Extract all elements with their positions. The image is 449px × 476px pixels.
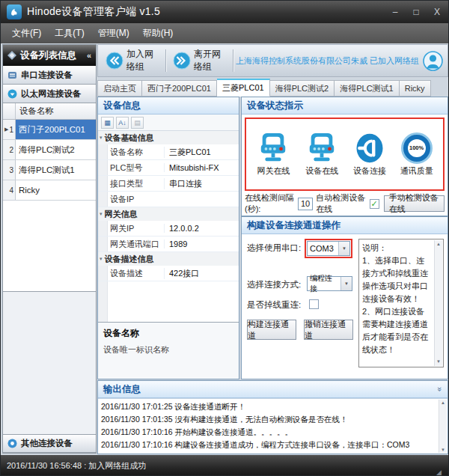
sidebar-item-other-devices[interactable]: 其他连接设备	[3, 434, 96, 453]
property-row[interactable]: 设备名称 三菱PLC01	[98, 144, 239, 160]
device-tabbar: 启动主页 西门子200PLC01 三菱PLC01 海得PLC测试2 海得PLC测…	[97, 79, 448, 97]
device-status-panel: 设备状态指示 网关在线 设备在线 设备连接	[241, 97, 448, 216]
property-label: PLC型号	[98, 162, 164, 174]
maximize-button[interactable]: □	[411, 7, 421, 17]
app-logo-icon	[7, 4, 22, 19]
close-button[interactable]: X	[432, 7, 442, 17]
manual-detect-button[interactable]: 手动检测设备在线	[384, 195, 445, 212]
sidebar-item-label: 串口连接设备	[21, 70, 73, 81]
row-number-cell: 2	[3, 140, 16, 159]
device-connect-icon	[355, 132, 385, 164]
resize-grip-icon[interactable]: ◢	[436, 469, 442, 476]
output-scrollbar[interactable]: ▲ ▼	[439, 400, 447, 453]
device-online-icon	[305, 132, 339, 164]
row-number-cell: ▶1	[3, 120, 16, 139]
tab-mitsubishi-plc[interactable]: 三菱PLC01	[217, 79, 270, 97]
serial-port-label: 选择使用串口:	[247, 242, 301, 254]
join-network-group-button[interactable]: 加入网络组	[101, 46, 163, 76]
channel-build-panel: 构建设备连接通道操作 选择使用串口: COM3 ▼ 选择连接方式: 编程连接 ▼…	[241, 216, 448, 379]
property-description-box: 设备名称 设备唯一标识名称	[98, 322, 239, 379]
log-line: 2016/11/30 17:01:35 没有构建连接通道，无法自动检测设备是否在…	[101, 413, 437, 426]
property-value[interactable]: 422接口	[164, 268, 239, 279]
sidebar-item-serial-devices[interactable]: 串口连接设备	[3, 66, 96, 85]
output-collapse-icon[interactable]: »	[436, 387, 445, 391]
serial-device-icon	[7, 70, 17, 80]
sidebar-item-label: 其他连接设备	[21, 438, 73, 449]
property-label: 网关通讯端口	[98, 239, 164, 250]
device-row[interactable]: 2 海得PLC测试2	[3, 140, 96, 160]
tab-ricky[interactable]: Ricky	[400, 80, 431, 97]
build-channel-button[interactable]: 构建连接通道	[247, 320, 296, 340]
categorized-view-icon[interactable]: ▦	[101, 117, 114, 129]
sidebar-collapse-icon[interactable]: «	[87, 51, 91, 60]
property-row[interactable]: 设备IP	[98, 192, 239, 207]
log-line: 2016/11/30 17:10:16 开始构建设备连接通道。。。。。	[101, 426, 437, 439]
reconnect-checkbox[interactable]	[309, 299, 319, 309]
main-toolbar: 加入网络组 离开网络组 上海海得控制系统股份有限公司朱威 已加入网络组	[97, 44, 448, 77]
device-name-cell[interactable]: 海得PLC测试2	[16, 140, 96, 159]
interval-label: 在线检测间隔(秒):	[245, 192, 295, 215]
gateway-online-icon	[256, 132, 290, 164]
property-row[interactable]: 接口类型 串口连接	[98, 176, 239, 192]
property-value[interactable]: Mitsubishi-FX	[164, 163, 239, 172]
property-row[interactable]: 网关IP 12.0.0.2	[98, 221, 239, 237]
scroll-up-icon[interactable]: ▲	[441, 400, 445, 405]
property-row[interactable]: 网关通讯端口 1989	[98, 237, 239, 252]
property-value[interactable]: 1989	[164, 239, 239, 248]
device-name-column-header[interactable]: 设备名称	[16, 103, 96, 119]
property-label: 设备描述	[98, 268, 164, 279]
device-name-cell[interactable]: 西门子200PLC01	[16, 120, 96, 139]
property-value[interactable]: 串口连接	[164, 178, 239, 189]
connect-mode-select[interactable]: 编程连接 ▼	[307, 276, 352, 291]
dropdown-arrow-icon[interactable]: ▼	[338, 242, 349, 255]
interval-input[interactable]: 10	[298, 198, 313, 210]
output-log-area: 2016/11/30 17:01:25 设备连接通道断开！ 2016/11/30…	[98, 398, 448, 454]
menu-manage[interactable]: 管理(M)	[91, 25, 136, 42]
menu-file[interactable]: 文件(F)	[5, 25, 48, 42]
menu-help[interactable]: 帮助(H)	[136, 25, 180, 42]
scroll-up-icon[interactable]: ▲	[436, 241, 441, 248]
sidebar-item-ethernet-devices[interactable]: 以太网连接设备	[3, 85, 96, 103]
property-row[interactable]: 设备描述 422接口	[98, 266, 239, 281]
gateway-online-indicator: 网关在线	[256, 132, 290, 177]
scroll-down-icon[interactable]: ▼	[436, 358, 441, 365]
device-row[interactable]: ▶1 西门子200PLC01	[3, 120, 96, 140]
property-group[interactable]: ▾ 网关信息	[98, 207, 239, 221]
tab-haide-test2[interactable]: 海得PLC测试2	[270, 80, 335, 97]
leave-network-group-button[interactable]: 离开网络组	[168, 46, 230, 76]
minimize-button[interactable]: –	[390, 7, 400, 17]
auto-detect-checkbox[interactable]: ✓	[370, 199, 379, 209]
user-avatar[interactable]	[423, 51, 443, 71]
scroll-down-icon[interactable]: ▼	[441, 448, 445, 452]
other-device-icon	[7, 439, 17, 448]
device-row[interactable]: 3 海得PLC测试1	[3, 160, 96, 180]
row-number-cell: 4	[3, 180, 16, 200]
device-connect-indicator: 设备连接	[353, 132, 386, 177]
property-group[interactable]: ▾ 设备描述信息	[98, 252, 239, 266]
device-list-sidebar: 设备列表信息 « 串口连接设备 以太网连接设备 设备名称 ▶1 西门子200PL…	[2, 44, 97, 454]
tab-siemens-plc[interactable]: 西门子200PLC01	[142, 80, 217, 97]
device-info-panel: 设备信息 ▦ A↓ ▤ ▾ 设备基础信息 设备名称 三菱PLC01 PLC型号 …	[97, 97, 239, 379]
property-row[interactable]: PLC型号 Mitsubishi-FX	[98, 160, 239, 176]
property-value[interactable]: 三菱PLC01	[164, 147, 239, 158]
sidebar-item-label: 以太网连接设备	[21, 88, 82, 100]
menu-tools[interactable]: 工具(T)	[48, 25, 91, 42]
serial-port-select[interactable]: COM3 ▼	[307, 241, 350, 256]
group-expander-icon: ▾	[100, 211, 103, 217]
dropdown-arrow-icon[interactable]: ▼	[340, 277, 352, 290]
note-line-1: 1、选择串口、连接方式和掉线重连操作选项只对串口连接设备有效！	[362, 254, 433, 305]
property-grid-toolbar: ▦ A↓ ▤	[98, 115, 239, 131]
note-scrollbar[interactable]: ▲ ▼	[434, 240, 442, 366]
device-name-cell[interactable]: Ricky	[16, 180, 96, 200]
device-row[interactable]: 4 Ricky	[3, 180, 96, 201]
group-expander-icon: ▾	[100, 135, 103, 141]
tab-haide-test1[interactable]: 海得PLC测试1	[335, 80, 400, 97]
property-value[interactable]: 12.0.0.2	[164, 224, 239, 233]
sort-alphabetical-icon[interactable]: A↓	[116, 117, 129, 129]
tab-home[interactable]: 启动主页	[97, 80, 142, 97]
titlebar: Hinode设备管理客户端 v1.5 – □ X	[1, 1, 448, 23]
property-group[interactable]: ▾ 设备基础信息	[98, 131, 239, 144]
device-info-panel-header: 设备信息	[98, 97, 239, 115]
device-name-cell[interactable]: 海得PLC测试1	[16, 160, 96, 180]
revoke-channel-button[interactable]: 撤销连接通道	[304, 320, 353, 340]
